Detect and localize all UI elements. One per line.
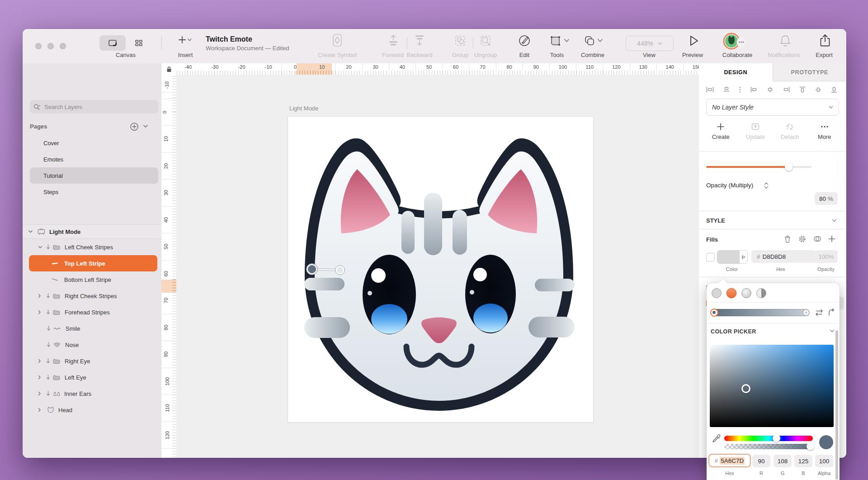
gradient-stop-end[interactable] (802, 309, 810, 316)
horizontal-ruler[interactable]: -40-30-20-100102030405060708090100110120… (176, 63, 699, 75)
gradient-slider[interactable] (711, 309, 809, 316)
layer-row-right-eye[interactable]: Right Eye (29, 353, 157, 369)
align-top-icon[interactable] (799, 86, 806, 93)
layer-row-smile[interactable]: Smile (29, 320, 157, 337)
align-center-horizontal-icon[interactable] (767, 86, 774, 93)
more-alignment-icon[interactable] (739, 86, 741, 93)
align-right-icon[interactable] (783, 86, 790, 93)
add-fill-icon[interactable] (828, 235, 835, 242)
chevron-right-icon[interactable] (38, 359, 41, 363)
canvas-view-button[interactable] (99, 35, 126, 51)
add-page-icon[interactable] (130, 122, 139, 131)
chevron-down-icon[interactable] (830, 329, 835, 333)
search-layers-field[interactable] (30, 100, 158, 114)
zoom-window-button[interactable] (60, 43, 66, 49)
alpha-slider[interactable] (724, 444, 813, 449)
hue-slider-knob[interactable] (773, 434, 780, 442)
close-window-button[interactable] (35, 43, 42, 49)
chevron-down-icon[interactable] (832, 219, 837, 223)
alpha-field[interactable]: 100 (815, 455, 833, 467)
opacity-slider[interactable] (706, 166, 811, 168)
trash-icon[interactable] (784, 235, 791, 243)
distribute-vertically-icon[interactable] (723, 86, 730, 93)
chevron-right-icon[interactable] (38, 391, 41, 396)
fill-color-swatch[interactable] (717, 250, 748, 264)
search-input[interactable] (43, 103, 155, 111)
blend-mode-stepper-icon[interactable] (764, 181, 769, 190)
layer-row-inner-ears[interactable]: Inner Ears (29, 385, 157, 402)
hue-slider[interactable] (724, 436, 813, 441)
fill-type-flat-button[interactable] (712, 288, 722, 298)
layer-row-head[interactable]: Head (29, 402, 157, 418)
page-item-tutorial[interactable]: Tutorial (30, 167, 158, 184)
artboard[interactable] (288, 117, 593, 422)
green-field[interactable]: 108 (774, 455, 792, 467)
layer-style-select[interactable]: No Layer Style (706, 99, 839, 116)
layer-row-bottom-left-stripe[interactable]: Bottom Left Stripe (29, 271, 157, 288)
create-style-button[interactable]: Create (703, 119, 738, 144)
ruler-lock-corner[interactable] (161, 63, 177, 75)
tab-prototype[interactable]: PROTOTYPE (773, 63, 847, 81)
alpha-slider-knob[interactable] (807, 442, 814, 450)
minimize-window-button[interactable] (47, 43, 54, 49)
insert-button[interactable]: Insert (178, 52, 193, 58)
fill-hex-field[interactable]: # D8D8D8 (751, 250, 816, 263)
saturation-cursor[interactable] (741, 384, 750, 393)
chevron-right-icon[interactable] (38, 294, 41, 298)
eyedropper-icon[interactable] (712, 434, 721, 443)
layer-row-right-cheek-stripes[interactable]: Right Cheek Stripes (29, 288, 157, 304)
fill-type-linear-gradient-button[interactable] (726, 288, 736, 298)
fill-type-angular-gradient-button[interactable] (756, 288, 766, 298)
grid-view-button[interactable] (126, 35, 152, 51)
fill-enabled-checkbox[interactable] (706, 253, 715, 261)
chevron-down-icon[interactable] (38, 246, 42, 249)
fill-type-radial-gradient-button[interactable] (741, 288, 751, 298)
more-styles-button[interactable]: More (807, 119, 842, 144)
gradient-stop-start[interactable] (710, 309, 718, 317)
export-button[interactable]: Export (816, 52, 833, 58)
export-icon[interactable] (819, 34, 831, 48)
align-middle-vertical-icon[interactable] (815, 86, 821, 93)
opacity-slider-knob[interactable] (785, 163, 793, 171)
align-bottom-icon[interactable] (831, 86, 837, 93)
zoom-level-select[interactable]: 448% (626, 36, 674, 51)
tab-design[interactable]: DESIGN (699, 63, 773, 81)
saturation-brightness-area[interactable] (710, 345, 834, 427)
page-item-cover[interactable]: Cover (30, 135, 158, 151)
blue-field[interactable]: 125 (794, 455, 812, 467)
insert-icon[interactable] (178, 36, 192, 44)
chevron-right-icon[interactable] (38, 408, 41, 412)
layer-row-left-eye[interactable]: Left Eye (29, 369, 157, 385)
hex-input-field[interactable]: # 5A6C7D (708, 454, 751, 467)
align-left-icon[interactable] (750, 86, 757, 93)
artboard-title[interactable]: Light Mode (289, 105, 318, 112)
preview-icon[interactable] (689, 35, 699, 47)
vertical-ruler[interactable]: -100102030405060708090100110120 (161, 75, 177, 458)
edit-button[interactable]: Edit (519, 52, 529, 58)
preview-button[interactable]: Preview (682, 52, 703, 58)
chevron-down-icon[interactable] (28, 230, 33, 233)
distribute-horizontally-icon[interactable] (706, 86, 714, 93)
layer-row-top-left-stripe[interactable]: Top Left Stripe (29, 255, 157, 271)
chevron-right-icon[interactable] (38, 310, 41, 314)
combine-icon[interactable] (583, 34, 604, 47)
reverse-gradient-icon[interactable] (814, 309, 824, 316)
collaborate-avatar[interactable] (722, 33, 748, 50)
popover-scrollbar[interactable] (835, 330, 838, 480)
pages-collapse-icon[interactable] (143, 124, 148, 128)
canvas[interactable]: Light Mode (176, 75, 699, 458)
fill-opacity-field[interactable]: 100% (815, 250, 838, 263)
layer-row-forehead-stripes[interactable]: Forehead Stripes (29, 304, 157, 320)
edit-icon[interactable] (518, 34, 531, 47)
chevron-right-icon[interactable] (38, 375, 41, 380)
fills-gear-icon[interactable] (798, 235, 806, 243)
fills-blend-icon[interactable] (813, 235, 821, 242)
opacity-value-field[interactable]: 80 % (815, 192, 838, 205)
tools-button[interactable]: Tools (550, 52, 564, 58)
collaborate-button[interactable]: Collaborate (722, 52, 753, 58)
combine-button[interactable]: Combine (581, 52, 604, 58)
rotate-gradient-icon[interactable] (828, 309, 836, 316)
page-item-steps[interactable]: Steps (30, 184, 158, 200)
red-field[interactable]: 90 (752, 455, 770, 467)
layer-row-artboard[interactable]: Light Mode (23, 224, 161, 239)
